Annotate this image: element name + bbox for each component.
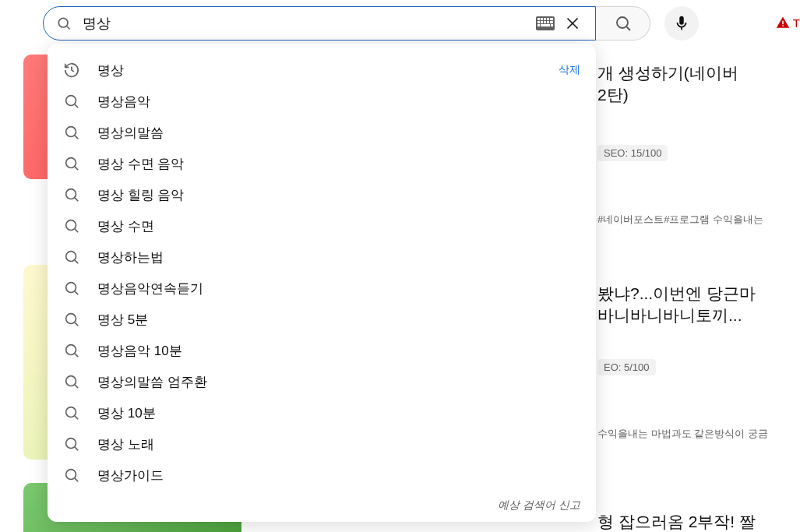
- svg-rect-12: [550, 21, 553, 23]
- svg-point-30: [66, 220, 76, 231]
- svg-rect-21: [782, 25, 784, 26]
- svg-rect-5: [544, 18, 546, 20]
- suggestion-text: 명상 노래: [97, 435, 580, 453]
- svg-line-35: [75, 291, 78, 294]
- search-box[interactable]: [43, 6, 596, 41]
- suggestion-item[interactable]: 명상하는법: [48, 241, 596, 273]
- suggestion-item[interactable]: 명상음악: [48, 86, 596, 117]
- svg-point-36: [66, 314, 76, 324]
- suggestion-item[interactable]: 명상삭제: [48, 55, 596, 86]
- svg-rect-3: [537, 18, 540, 20]
- suggestion-item[interactable]: 명상음악연속듣기: [48, 273, 596, 304]
- search-icon: [63, 248, 82, 266]
- suggestion-text: 명상 수면: [97, 217, 580, 235]
- svg-line-25: [75, 136, 78, 139]
- search-suggestions-dropdown: 명상삭제명상음악명상의말씀명상 수면 음악명상 힐링 음악명상 수면명상하는법명…: [48, 44, 596, 522]
- suggestion-item[interactable]: 명상 5분: [48, 304, 596, 335]
- video-title[interactable]: 형 잡으러옴 2부작! 짤: [597, 511, 800, 532]
- search-icon: [63, 217, 82, 234]
- suggestion-text: 명상 10분: [97, 404, 580, 422]
- search-icon: [63, 404, 82, 421]
- suggestion-item[interactable]: 명상의말씀: [48, 117, 596, 148]
- search-icon: [63, 435, 82, 453]
- mic-button[interactable]: [664, 6, 699, 41]
- svg-line-43: [75, 416, 78, 419]
- svg-point-26: [66, 158, 76, 168]
- seo-badge: EO: 5/100: [597, 359, 656, 375]
- search-input[interactable]: [83, 16, 536, 32]
- suggestion-text: 명상의말씀 엄주환: [97, 373, 580, 391]
- svg-rect-6: [547, 18, 549, 20]
- svg-rect-7: [550, 18, 553, 20]
- svg-rect-20: [782, 21, 784, 25]
- suggestion-item[interactable]: 명상 10분: [48, 397, 596, 428]
- svg-rect-11: [547, 21, 549, 23]
- suggestion-text: 명상: [97, 62, 559, 79]
- suggestion-item[interactable]: 명상가이드: [48, 460, 596, 491]
- search-icon: [63, 467, 82, 484]
- svg-point-46: [66, 470, 76, 480]
- video-title[interactable]: 봤냐?...이번엔 당근마 바니바니바니토끼...: [597, 283, 800, 326]
- suggestion-text: 명상 5분: [97, 311, 580, 329]
- search-icon: [56, 16, 72, 31]
- search-icon: [63, 280, 82, 297]
- suggestion-item[interactable]: 명상음악 10분: [48, 335, 596, 366]
- clear-icon[interactable]: [562, 13, 583, 33]
- suggestion-item[interactable]: 명상 수면: [48, 210, 596, 241]
- search-icon: [63, 373, 82, 390]
- video-tags: 수익을내는 마법과도 같은방식이 궁금: [597, 427, 800, 441]
- svg-line-19: [626, 27, 630, 31]
- svg-point-34: [66, 283, 76, 293]
- search-button[interactable]: [596, 6, 650, 41]
- svg-point-28: [66, 189, 76, 199]
- suggestion-text: 명상 힐링 음악: [97, 186, 580, 204]
- svg-line-45: [75, 447, 78, 450]
- svg-line-27: [75, 167, 78, 170]
- search-icon: [63, 124, 82, 141]
- svg-point-22: [66, 96, 76, 106]
- svg-point-38: [66, 345, 76, 355]
- suggestion-text: 명상의말씀: [97, 124, 580, 142]
- svg-rect-10: [544, 21, 546, 23]
- delete-suggestion-link[interactable]: 삭제: [559, 63, 580, 77]
- svg-rect-13: [537, 24, 540, 26]
- suggestion-item[interactable]: 명상 노래: [48, 428, 596, 460]
- suggestion-item[interactable]: 명상 수면 음악: [48, 148, 596, 179]
- svg-rect-9: [541, 21, 543, 23]
- suggestion-text: 명상 수면 음악: [97, 155, 580, 173]
- suggestion-text: 명상가이드: [97, 467, 580, 484]
- report-suggestions-link[interactable]: 예상 검색어 신고: [48, 491, 596, 516]
- svg-point-44: [66, 439, 76, 449]
- search-bar: [43, 6, 699, 41]
- svg-rect-4: [541, 18, 543, 20]
- suggestion-item[interactable]: 명상의말씀 엄주환: [48, 366, 596, 397]
- svg-point-32: [66, 252, 76, 262]
- svg-line-39: [75, 354, 78, 357]
- search-icon: [63, 342, 82, 359]
- svg-line-33: [75, 260, 78, 263]
- warning-indicator[interactable]: T: [776, 16, 800, 30]
- svg-line-41: [75, 385, 78, 388]
- suggestion-text: 명상음악연속듣기: [97, 280, 580, 298]
- keyboard-icon[interactable]: [536, 16, 555, 30]
- video-title[interactable]: 개 생성하기(네이버 2탄): [597, 62, 800, 106]
- svg-point-0: [58, 18, 68, 27]
- search-icon: [63, 186, 82, 203]
- search-icon: [63, 311, 82, 328]
- svg-point-42: [66, 407, 76, 417]
- svg-line-47: [75, 478, 78, 481]
- suggestion-text: 명상음악: [97, 93, 580, 111]
- svg-rect-15: [551, 24, 553, 26]
- svg-line-31: [75, 229, 78, 232]
- suggestion-text: 명상하는법: [97, 248, 580, 266]
- svg-line-23: [75, 104, 78, 107]
- svg-point-18: [617, 17, 628, 28]
- video-tags: #네이버포스트#프로그램 수익을내는: [597, 213, 800, 227]
- svg-point-40: [66, 376, 76, 386]
- svg-rect-8: [537, 21, 540, 23]
- seo-badge: SEO: 15/100: [597, 145, 668, 161]
- svg-line-29: [75, 198, 78, 201]
- svg-line-37: [75, 322, 78, 326]
- suggestion-item[interactable]: 명상 힐링 음악: [48, 179, 596, 210]
- svg-line-1: [67, 26, 70, 30]
